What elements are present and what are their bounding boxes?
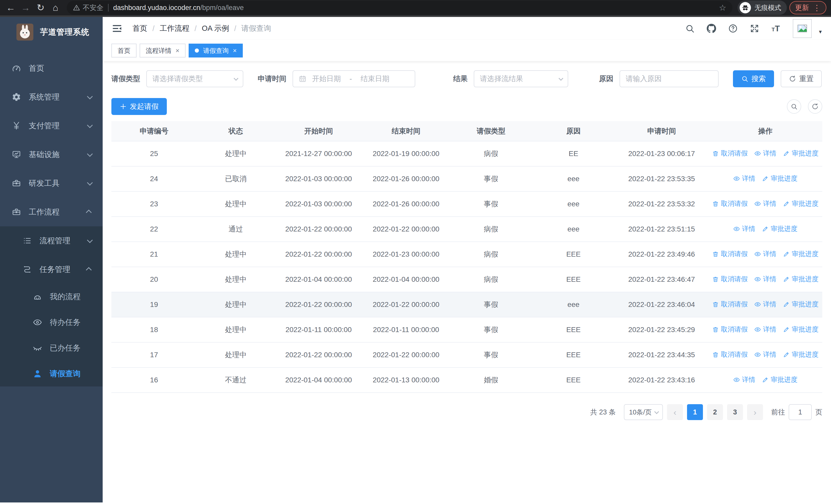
bookmark-star-icon[interactable]: ☆ <box>719 3 726 12</box>
action-label: 详情 <box>763 199 776 208</box>
cell-status: 已取消 <box>197 166 275 191</box>
sidebar-item-home[interactable]: 首页 <box>0 54 103 83</box>
select-placeholder: 请选择请假类型 <box>152 74 203 84</box>
search-button[interactable]: 搜索 <box>733 70 774 87</box>
cell-status: 处理中 <box>197 191 275 216</box>
refresh-table-button[interactable] <box>808 99 822 114</box>
fullscreen-icon[interactable] <box>750 24 760 33</box>
avatar[interactable] <box>793 19 812 38</box>
browser-back-button[interactable]: ← <box>5 2 17 14</box>
create-leave-button[interactable]: 发起请假 <box>111 98 167 115</box>
close-icon[interactable]: × <box>233 47 237 54</box>
sidebar-item-todo-tasks[interactable]: 待办任务 <box>0 309 103 335</box>
cancel-link[interactable]: 取消请假 <box>712 199 748 208</box>
detail-link[interactable]: 详情 <box>733 224 755 233</box>
sidebar-item-dev-tools[interactable]: 研发工具 <box>0 169 103 198</box>
progress-link[interactable]: 审批进度 <box>783 300 819 309</box>
prev-page-button[interactable]: ‹ <box>667 404 683 420</box>
progress-link[interactable]: 审批进度 <box>762 375 797 384</box>
cancel-link[interactable]: 取消请假 <box>712 300 748 309</box>
tab-leave-query[interactable]: 请假查询 × <box>189 43 243 58</box>
progress-link[interactable]: 审批进度 <box>783 199 819 208</box>
detail-link[interactable]: 详情 <box>754 300 776 309</box>
sidebar-item-infrastructure[interactable]: 基础设施 <box>0 140 103 169</box>
detail-link[interactable]: 详情 <box>754 325 776 334</box>
cancel-link[interactable]: 取消请假 <box>712 149 748 158</box>
page-button-1[interactable]: 1 <box>687 404 703 420</box>
sidebar-item-done-tasks[interactable]: 已办任务 <box>0 335 103 361</box>
detail-link[interactable]: 详情 <box>733 174 755 183</box>
sidebar-collapse-icon[interactable] <box>112 23 122 34</box>
apply-time-label: 申请时间 <box>258 74 286 84</box>
cell-type: 事假 <box>450 191 532 216</box>
chevron-down-icon <box>87 151 93 157</box>
cell-applied: 2022-01-22 23:43:16 <box>615 367 709 393</box>
browser-forward-button[interactable]: → <box>20 2 32 14</box>
detail-link[interactable]: 详情 <box>733 375 755 384</box>
breadcrumb-oa-example[interactable]: OA 示例 <box>202 23 229 34</box>
sidebar-item-my-processes[interactable]: 我的流程 <box>0 284 103 309</box>
tab-process-detail[interactable]: 流程详情 × <box>140 43 185 58</box>
url-host: dashboard.yudao.iocoder.cn <box>113 4 200 12</box>
goto-page-input[interactable] <box>789 404 812 420</box>
reason-input[interactable] <box>626 75 712 83</box>
detail-link[interactable]: 详情 <box>754 149 776 158</box>
sidebar-item-label: 我的流程 <box>50 292 81 302</box>
sidebar-item-workflow[interactable]: 工作流程 <box>0 198 103 226</box>
progress-link[interactable]: 审批进度 <box>783 325 819 334</box>
breadcrumb-workflow[interactable]: 工作流程 <box>160 23 190 34</box>
cancel-link[interactable]: 取消请假 <box>712 350 748 359</box>
close-icon[interactable]: × <box>175 47 179 54</box>
detail-link[interactable]: 详情 <box>754 199 776 208</box>
progress-link[interactable]: 审批进度 <box>783 274 819 284</box>
update-label: 更新 <box>795 3 809 12</box>
sidebar-item-task-management[interactable]: 任务管理 <box>0 255 103 284</box>
address-bar[interactable]: 不安全 dashboard.yudao.iocoder.cn /bpm/oa/l… <box>67 1 733 14</box>
detail-link[interactable]: 详情 <box>754 249 776 259</box>
page-size-select[interactable]: 10条/页 <box>624 404 663 420</box>
leave-type-select[interactable]: 请选择请假类型 <box>146 70 243 87</box>
cell-applied: 2022-01-22 23:53:32 <box>615 191 709 216</box>
action-label: 详情 <box>742 174 755 183</box>
help-icon[interactable] <box>728 24 738 33</box>
column-header: 操作 <box>709 121 822 141</box>
progress-link[interactable]: 审批进度 <box>762 174 797 183</box>
cancel-link[interactable]: 取消请假 <box>712 249 748 259</box>
calendar-icon <box>299 75 307 83</box>
eye-icon <box>754 200 761 207</box>
browser-update-button[interactable]: 更新 ⋮ <box>790 1 826 14</box>
toggle-search-button[interactable] <box>787 99 801 114</box>
sidebar-item-process-management[interactable]: 流程管理 <box>0 226 103 255</box>
progress-link[interactable]: 审批进度 <box>783 350 819 359</box>
logo-row[interactable]: 芋道管理系统 <box>0 17 103 47</box>
apply-time-range-picker[interactable]: 开始日期 - 结束日期 <box>292 70 415 87</box>
sidebar-item-leave-query[interactable]: 请假查询 <box>0 361 103 386</box>
next-page-button[interactable]: › <box>747 404 763 420</box>
tab-home[interactable]: 首页 <box>111 43 137 58</box>
detail-link[interactable]: 详情 <box>754 274 776 284</box>
browser-reload-button[interactable]: ↻ <box>34 2 47 14</box>
cancel-link[interactable]: 取消请假 <box>712 274 748 284</box>
github-icon[interactable] <box>707 24 716 33</box>
progress-link[interactable]: 审批进度 <box>783 149 819 158</box>
browser-menu-icon[interactable]: ⋮ <box>813 3 821 12</box>
font-size-icon[interactable]: TT <box>771 24 781 33</box>
chevron-down-icon <box>654 409 659 414</box>
search-icon[interactable] <box>685 24 695 33</box>
progress-link[interactable]: 审批进度 <box>783 249 819 259</box>
reset-button[interactable]: 重置 <box>781 70 822 87</box>
breadcrumb-home[interactable]: 首页 <box>133 23 147 34</box>
active-tab-dot <box>195 49 199 53</box>
cell-id: 19 <box>111 292 197 317</box>
sidebar-item-payment-management[interactable]: 支付管理 <box>0 111 103 140</box>
detail-link[interactable]: 详情 <box>754 350 776 359</box>
browser-home-button[interactable]: ⌂ <box>49 2 62 14</box>
page-button-3[interactable]: 3 <box>727 404 743 420</box>
sidebar-item-system-management[interactable]: 系统管理 <box>0 83 103 111</box>
page-button-2[interactable]: 2 <box>707 404 723 420</box>
cancel-link[interactable]: 取消请假 <box>712 325 748 334</box>
result-select[interactable]: 请选择流结果 <box>474 70 568 87</box>
reason-input-wrap <box>620 70 719 87</box>
caret-down-icon[interactable]: ▾ <box>819 28 822 35</box>
progress-link[interactable]: 审批进度 <box>762 224 797 233</box>
